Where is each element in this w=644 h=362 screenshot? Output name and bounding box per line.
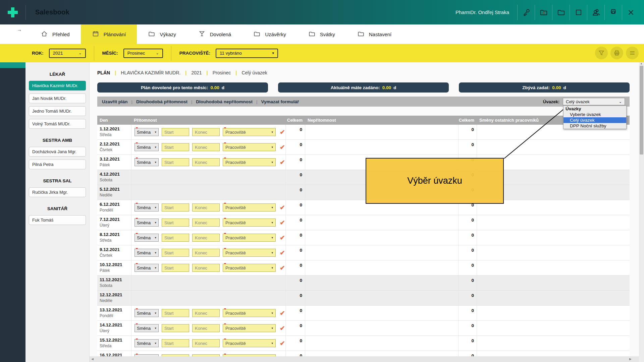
smena-select[interactable]: Směna▾ — [135, 339, 159, 347]
start-input[interactable]: Start — [162, 249, 189, 257]
printer-icon[interactable] — [610, 47, 623, 59]
rok-select[interactable]: 2021⌄ — [49, 49, 86, 58]
start-input[interactable]: Start — [162, 203, 189, 212]
sidebar-item-docházková[interactable]: Docházková Jana Mgr. — [29, 147, 86, 157]
dropdown-option[interactable]: Vyberte úvazek — [564, 112, 626, 117]
vertical-scrollbar[interactable]: ▲ — [639, 62, 644, 362]
tab-plánování[interactable]: Plánování — [81, 24, 137, 44]
start-input[interactable]: Start — [162, 309, 189, 317]
pracoviste-row-select[interactable]: Pracoviště▾ — [223, 234, 276, 242]
start-input[interactable]: Start — [162, 128, 189, 136]
konec-input[interactable]: Konec — [192, 219, 220, 227]
confirm-check-icon[interactable]: ✔ — [280, 249, 285, 257]
scroll-left-icon[interactable]: ◀ — [91, 357, 94, 361]
confirm-check-icon[interactable]: ✔ — [280, 309, 285, 317]
smena-select[interactable]: Směna▾ — [135, 143, 159, 151]
total-presence-cell: 0 — [286, 260, 305, 275]
mesic-select[interactable]: Prosinec⌄ — [123, 49, 163, 58]
start-input[interactable]: Start — [162, 324, 189, 332]
filter-icon[interactable] — [595, 47, 608, 59]
tab-uzávěrky[interactable]: Uzávěrky — [242, 24, 297, 44]
sidebar-item-fuk[interactable]: Fuk Tomáš — [29, 215, 86, 225]
start-input[interactable]: Start — [162, 264, 189, 272]
users-icon[interactable] — [587, 5, 604, 20]
pracoviste-row-select[interactable]: Pracoviště▾ — [223, 143, 276, 151]
confirm-check-icon[interactable]: ✔ — [280, 128, 285, 136]
collapse-arrow-icon[interactable]: → — [17, 26, 22, 32]
konec-input[interactable]: Konec — [192, 324, 220, 332]
smena-select[interactable]: Směna▾ — [135, 309, 159, 317]
konec-input[interactable]: Konec — [192, 234, 220, 242]
konec-input[interactable]: Konec — [192, 309, 220, 317]
konec-input[interactable]: Konec — [192, 158, 220, 166]
dropdown-option[interactable]: Celý úvazek — [564, 117, 626, 123]
konec-input[interactable]: Konec — [192, 339, 220, 347]
folder-icon[interactable] — [552, 5, 570, 20]
sidebar-item-ručička[interactable]: Ručička Jirka Mgr. — [29, 187, 86, 197]
start-input[interactable]: Start — [162, 219, 189, 227]
start-input[interactable]: Start — [162, 143, 189, 151]
scroll-right-icon[interactable]: ▶ — [629, 357, 632, 361]
start-input[interactable]: Start — [162, 158, 189, 166]
uvazek-select[interactable]: Celý úvazek ⌄ — [563, 98, 625, 105]
start-input[interactable]: Start — [162, 339, 189, 347]
sidebar-item-jedno[interactable]: Jedno Tomáš MUDr. — [29, 106, 86, 116]
smena-select[interactable]: Směna▾ — [135, 264, 159, 272]
smena-select[interactable]: Směna▾ — [135, 203, 159, 212]
konec-input[interactable]: Konec — [192, 203, 220, 212]
pracoviste-select[interactable]: 11 vybráno▾ — [216, 49, 278, 58]
vertical-scroll-thumb[interactable] — [640, 66, 643, 155]
gear-icon[interactable] — [604, 5, 622, 20]
toolbar-action-4[interactable]: Vymazat formulář — [261, 99, 299, 104]
tab-výkazy[interactable]: Výkazy — [137, 24, 187, 44]
toolbar-action-2[interactable]: Dlouhodobá přítomnost — [136, 99, 187, 104]
start-input[interactable]: Start — [162, 234, 189, 242]
smena-select[interactable]: Směna▾ — [135, 234, 159, 242]
sidebar-item-volný[interactable]: Volný Tomáš MUDr. — [29, 119, 86, 129]
square-icon[interactable] — [570, 5, 587, 20]
dropdown-option[interactable]: DPP Noční služby — [564, 123, 626, 129]
tab-přehled[interactable]: Přehled — [30, 24, 81, 44]
menu-icon[interactable] — [626, 47, 639, 59]
close-icon[interactable] — [622, 5, 639, 20]
pracoviste-row-select[interactable]: Pracoviště▾ — [223, 203, 276, 212]
sidebar-item-pilná[interactable]: Pilná Petra — [29, 160, 86, 169]
smena-select[interactable]: Směna▾ — [135, 219, 159, 227]
smena-select[interactable]: Směna▾ — [135, 249, 159, 257]
confirm-check-icon[interactable]: ✔ — [280, 204, 285, 212]
konec-input[interactable]: Konec — [192, 143, 220, 151]
scroll-up-icon[interactable]: ▲ — [640, 62, 643, 65]
pracoviste-row-select[interactable]: Pracoviště▾ — [223, 324, 276, 332]
pracoviste-row-select[interactable]: Pracoviště▾ — [223, 249, 276, 257]
pracoviste-row-select[interactable]: Pracoviště▾ — [223, 128, 276, 136]
smena-select[interactable]: Směna▾ — [135, 128, 159, 136]
confirm-check-icon[interactable]: ✔ — [280, 159, 285, 166]
konec-input[interactable]: Konec — [192, 249, 220, 257]
tab-dovolená[interactable]: Dovolená — [187, 24, 242, 44]
pracoviste-row-select[interactable]: Pracoviště▾ — [223, 264, 276, 272]
toolbar-action-3[interactable]: Dlouhodobá nepřítomnost — [196, 99, 253, 104]
tab-svátky[interactable]: Svátky — [297, 24, 346, 44]
app-logo[interactable] — [0, 0, 25, 24]
smena-select[interactable]: Směna▾ — [135, 158, 159, 166]
pracoviste-row-select[interactable]: Pracoviště▾ — [223, 219, 276, 227]
key-icon[interactable] — [517, 5, 535, 20]
horizontal-scrollbar[interactable]: ◀ ▶ — [90, 356, 639, 362]
sidebar-item-hlavička[interactable]: Hlavička Kazimír MUDr. — [29, 81, 86, 90]
confirm-check-icon[interactable]: ✔ — [280, 143, 285, 151]
pracoviste-row-select[interactable]: Pracoviště▾ — [223, 158, 276, 166]
smena-select[interactable]: Směna▾ — [135, 324, 159, 332]
pracoviste-row-select[interactable]: Pracoviště▾ — [223, 339, 276, 347]
konec-input[interactable]: Konec — [192, 264, 220, 272]
konec-input[interactable]: Konec — [192, 128, 220, 136]
confirm-check-icon[interactable]: ✔ — [280, 264, 285, 272]
confirm-check-icon[interactable]: ✔ — [280, 340, 285, 347]
folder-n-icon[interactable]: N — [535, 5, 552, 20]
confirm-check-icon[interactable]: ✔ — [280, 324, 285, 332]
confirm-check-icon[interactable]: ✔ — [280, 234, 285, 242]
confirm-check-icon[interactable]: ✔ — [280, 219, 285, 227]
toolbar-action-1[interactable]: Uzavřít plán — [102, 99, 128, 104]
sidebar-item-jan[interactable]: Jan Novák MUDr. — [29, 94, 86, 103]
tab-nastavení[interactable]: Nastavení — [346, 24, 403, 44]
pracoviste-row-select[interactable]: Pracoviště▾ — [223, 309, 276, 317]
